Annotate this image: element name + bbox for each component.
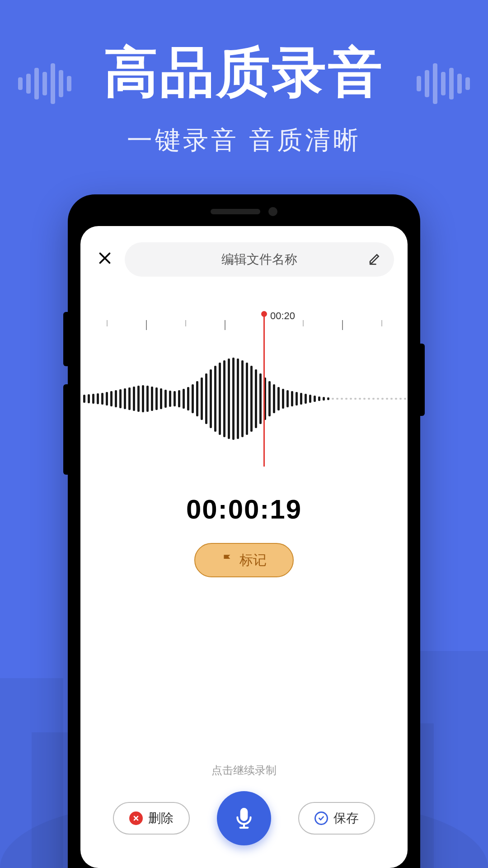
app-header: 编辑文件名称 — [80, 226, 408, 277]
hero-subtitle: 一键录音 音质清晰 — [0, 123, 488, 158]
delete-label: 删除 — [148, 810, 174, 827]
phone-mockup: 编辑文件名称 00:20 00:00:19 — [68, 194, 420, 868]
mic-icon — [233, 807, 255, 830]
mark-label: 标记 — [239, 551, 267, 570]
save-label: 保存 — [333, 810, 359, 827]
phone-sensors — [211, 207, 277, 216]
resume-hint: 点击继续录制 — [80, 763, 408, 778]
delete-icon — [129, 811, 143, 825]
filename-placeholder: 编辑文件名称 — [221, 251, 297, 268]
hero: 高品质录音 一键录音 音质清晰 — [0, 0, 488, 158]
waveform-area[interactable]: 00:20 — [80, 313, 408, 467]
close-button[interactable] — [94, 248, 116, 271]
edit-icon — [368, 252, 381, 267]
app-screen: 编辑文件名称 00:20 00:00:19 — [80, 226, 408, 868]
save-icon — [314, 811, 328, 825]
svg-rect-0 — [241, 809, 247, 820]
bottom-controls: 点击继续录制 删除 — [80, 763, 408, 845]
playhead — [263, 313, 265, 467]
waveform — [80, 344, 408, 453]
timeline-ticks: 00:20 — [80, 313, 408, 331]
mark-button[interactable]: 标记 — [194, 543, 294, 577]
save-button[interactable]: 保存 — [298, 802, 375, 835]
close-icon — [97, 250, 113, 266]
hero-title: 高品质录音 — [0, 36, 488, 110]
record-button[interactable] — [217, 791, 271, 845]
playhead-time: 00:20 — [270, 310, 295, 322]
recording-timer: 00:00:19 — [80, 494, 408, 525]
delete-button[interactable]: 删除 — [113, 802, 190, 835]
flag-icon — [221, 553, 233, 567]
filename-field[interactable]: 编辑文件名称 — [125, 242, 394, 277]
